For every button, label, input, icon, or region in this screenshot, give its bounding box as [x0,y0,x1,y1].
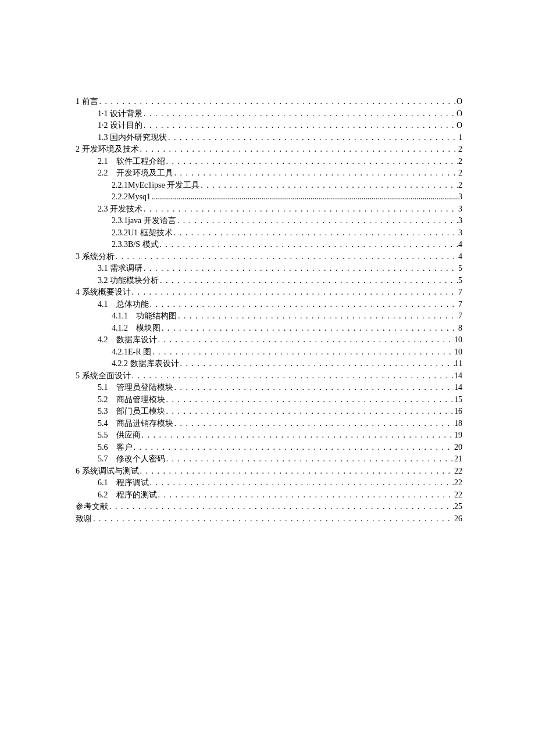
toc-entry-label: 5 系统全面设计 [76,370,131,382]
toc-entry-page: 3 [458,215,462,227]
toc-entry: 2.2.2Mysq13 [76,191,462,203]
toc-entry-page: 2 [458,180,462,192]
toc-entry: 1.3 国内外研究现状1 [76,132,462,144]
toc-entry: 4.2.2 数据库表设计11 [76,358,462,370]
toc-dot-leader [157,489,455,501]
toc-entry-page: 22 [454,477,462,489]
toc-dot-leader [151,191,458,203]
toc-entry-page: 22 [454,465,462,478]
toc-entry-page: 4 [458,251,462,263]
toc-entry: 5.2 商品管理模块15 [76,394,462,406]
toc-dot-leader [133,442,455,454]
toc-dot-leader [179,358,455,370]
toc-entry-page: 7 [458,286,462,299]
toc-dot-leader [92,513,454,525]
toc-entry-page: 11 [455,358,462,370]
toc-entry-page: 2 [458,156,462,168]
toc-dot-leader [151,346,454,359]
toc-entry-label: 6.1 程序调试 [98,477,149,489]
toc-entry-label: 4.2.1E-R 图 [112,346,151,359]
toc-dot-leader [139,144,459,156]
toc-entry-page: 7 [458,299,462,311]
toc-entry-label: 4.1.2 模块图 [112,323,160,335]
table-of-contents: 1 前言O1·1 设计背景O1·2 设计目的O1.3 国内外研究现状12 开发环… [76,96,462,525]
toc-entry-page: 19 [454,429,462,442]
toc-dot-leader [141,429,455,442]
toc-dot-leader [139,465,455,478]
toc-entry: 5.7 修改个人密码21 [76,453,462,465]
toc-entry: 3.2 功能模块分析5 [76,275,462,287]
toc-dot-leader [177,310,458,323]
toc-entry-page: 14 [454,370,462,382]
toc-dot-leader [165,406,455,418]
toc-entry: 1·2 设计目的O [76,120,462,132]
toc-dot-leader [173,382,455,394]
toc-entry-label: 2.3.2U1 框架技术 [112,227,173,239]
toc-entry: 4.1.1 功能结构图7 [76,310,462,323]
toc-entry: 3.1 需求调研5 [76,263,462,275]
toc-entry: 2 开发环境及技术2 [76,144,462,156]
toc-entry-page: 5 [458,275,462,287]
toc-dot-leader [159,239,458,251]
toc-entry: 1·1 设计背景O [76,108,462,120]
toc-entry-label: 2.2.1MyEc1ipse 开发工具 [112,180,199,192]
toc-entry-label: 3.1 需求调研 [98,263,142,275]
toc-entry: 5.6 客户20 [76,442,462,454]
toc-entry-page: 15 [454,394,462,406]
toc-entry-page: O [456,120,462,132]
toc-dot-leader [149,299,459,311]
toc-dot-leader [173,227,458,239]
toc-entry-page: 5 [458,263,462,275]
toc-entry-label: 5.7 修改个人密码 [98,453,165,465]
toc-entry-label: 6.2 程序的测试 [98,489,157,501]
toc-entry: 参考文献25 [76,501,462,513]
toc-entry: 6.1 程序调试22 [76,477,462,489]
toc-dot-leader [167,132,458,144]
toc-entry-page: 20 [454,442,462,454]
toc-entry: 5.1 管理员登陆模块14 [76,382,462,394]
toc-entry-page: O [456,96,462,108]
toc-entry-label: 2.1 软件工程介绍 [98,156,165,168]
toc-dot-leader [199,180,458,192]
toc-entry-label: 5.4 商品进销存模块 [98,418,173,430]
toc-entry-page: 2 [458,144,462,156]
toc-entry-label: 2.2.2Mysq1 [112,191,151,203]
toc-entry: 4.2 数据库设计10 [76,334,462,346]
toc-entry-label: 2 开发环境及技术 [76,144,139,156]
toc-dot-leader [142,108,456,120]
toc-entry-label: 3.2 功能模块分析 [98,275,159,287]
toc-entry: 5.3 部门员工模块16 [76,406,462,418]
toc-entry: 6 系统调试与测试22 [76,465,462,478]
toc-entry: 2.2.1MyEc1ipse 开发工具2 [76,180,462,192]
toc-dot-leader [98,96,456,108]
toc-dot-leader [131,370,455,382]
toc-entry-label: 4.2.2 数据库表设计 [112,358,179,370]
toc-entry-page: 3 [458,191,462,203]
toc-entry-label: 1.3 国内外研究现状 [98,132,167,144]
toc-dot-leader [157,334,455,346]
toc-entry: 5.5 供应商19 [76,429,462,442]
toc-entry-label: 5.5 供应商 [98,429,141,442]
toc-entry: 3 系统分析4 [76,251,462,263]
toc-entry-label: 2.3 开发技术 [98,203,142,216]
toc-dot-leader [142,263,458,275]
toc-entry: 2.2 开发环境及工具2 [76,167,462,180]
toc-entry-page: O [456,108,462,120]
toc-dot-leader [160,323,458,335]
toc-entry-page: 8 [458,323,462,335]
toc-entry-page: 2 [458,167,462,180]
toc-entry-page: 10 [454,346,462,359]
toc-entry: 6.2 程序的测试22 [76,489,462,501]
toc-dot-leader [173,167,459,180]
toc-dot-leader [108,501,454,513]
toc-dot-leader [165,453,455,465]
toc-entry-page: 14 [454,382,462,394]
toc-entry: 致谢26 [76,513,462,525]
toc-dot-leader [159,275,458,287]
toc-entry: 4.1 总体功能7 [76,299,462,311]
toc-entry: 2.3 开发技术3 [76,203,462,216]
toc-entry-label: 5.2 商品管理模块 [98,394,165,406]
toc-entry-label: 1·2 设计目的 [98,120,142,132]
toc-entry-page: 21 [454,453,462,465]
toc-entry: 4.1.2 模块图8 [76,323,462,335]
